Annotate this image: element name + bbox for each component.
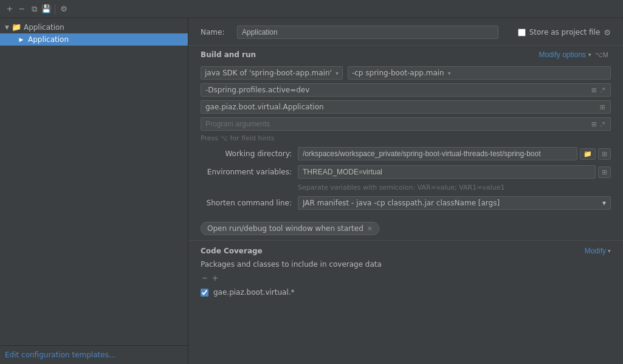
tags-row: Open run/debug tool window when started …: [188, 217, 623, 240]
coverage-modify-label: Modify: [585, 247, 606, 255]
working-directory-row: Working directory: 📁 ⊞: [201, 147, 611, 160]
build-run-form: java SDK of 'spring-boot-app.main' ▾ -cp…: [188, 64, 623, 217]
java-sdk-caret: ▾: [336, 70, 339, 77]
folder-icon: 📁: [12, 22, 21, 32]
shortcut-hint: ⌥M: [595, 51, 608, 59]
minus-icon[interactable]: −: [17, 4, 27, 14]
cp-dropdown[interactable]: -cp spring-boot-app.main ▾: [348, 66, 611, 80]
coverage-modify-button[interactable]: Modify ▾: [585, 247, 611, 255]
java-sdk-dropdown[interactable]: java SDK of 'spring-boot-app.main' ▾: [201, 66, 343, 80]
env-variables-input[interactable]: [298, 165, 596, 179]
store-project-label: Store as project file: [529, 28, 601, 36]
tag-label: Open run/debug tool window when started: [207, 224, 363, 233]
tree-group-application[interactable]: ▼ 📁 Application: [0, 21, 188, 33]
sidebar-item-label: Application: [28, 35, 69, 44]
env-variables-label: Environment variables:: [201, 168, 292, 176]
edit-templates-link[interactable]: Edit configuration templates...: [5, 351, 115, 359]
expand-icon[interactable]: ⊞: [591, 86, 597, 94]
browse-icon[interactable]: ⊞: [599, 103, 606, 111]
vm-options-icons: ⊞ .*: [591, 86, 606, 94]
program-args-row: ⊞ .*: [201, 117, 611, 131]
coverage-item-label: gae.piaz.boot.virtual.*: [213, 288, 295, 297]
sidebar-footer: Edit configuration templates...: [0, 345, 188, 364]
tag-close-icon[interactable]: ✕: [367, 225, 373, 233]
working-directory-label: Working directory:: [201, 149, 292, 158]
code-coverage-section: Code Coverage Modify ▾ Packages and clas…: [188, 240, 623, 304]
modify-options-label: Modify options: [539, 50, 585, 59]
env-variables-expand-button[interactable]: ⊞: [598, 167, 611, 178]
env-variables-field-area: ⊞: [298, 165, 611, 179]
macro-icon[interactable]: .*: [599, 86, 606, 94]
cp-caret: ▾: [448, 70, 451, 77]
shorten-command-row: Shorten command line: JAR manifest - jav…: [201, 196, 611, 210]
env-variables-hint: Separate variables with semicolon: VAR=v…: [298, 184, 611, 191]
working-directory-input[interactable]: [298, 147, 577, 160]
vm-options-row: -Dspring.profiles.active=dev ⊞ .*: [201, 83, 611, 97]
program-args-input[interactable]: [205, 120, 588, 128]
field-hint: Press ⌥ for field hints: [201, 134, 611, 142]
main-class-value: gae.piaz.boot.virtual.Application: [205, 103, 324, 111]
shorten-command-field-area: JAR manifest - java -cp classpath.jar cl…: [298, 196, 611, 210]
run-config-icon[interactable]: ⚙: [59, 4, 69, 14]
coverage-description: Packages and classes to include in cover…: [201, 260, 611, 269]
main-class-icons: ⊞: [599, 103, 606, 111]
coverage-add-button[interactable]: +: [211, 273, 219, 283]
coverage-remove-button[interactable]: −: [201, 273, 208, 283]
coverage-item-0: gae.piaz.boot.virtual.*: [201, 287, 611, 298]
working-directory-expand-button[interactable]: ⊞: [598, 148, 611, 160]
toolbar: + − ⧉ 💾 ⚙: [0, 0, 623, 18]
content-area: Name: Store as project file ⚙ Build and …: [188, 18, 623, 364]
main-class-row: gae.piaz.boot.virtual.Application ⊞: [201, 100, 611, 114]
name-label: Name:: [201, 28, 231, 36]
shorten-command-dropdown[interactable]: JAR manifest - java -cp classpath.jar cl…: [298, 196, 611, 210]
tree-group-label: Application: [24, 23, 64, 32]
coverage-header: Code Coverage Modify ▾: [201, 247, 611, 255]
build-run-title: Build and run: [201, 50, 256, 59]
cp-label: -cp spring-boot-app.main: [352, 69, 444, 77]
save-icon[interactable]: 💾: [41, 4, 51, 14]
working-directory-field-area: 📁 ⊞: [298, 147, 611, 160]
tag-chip-0: Open run/debug tool window when started …: [201, 222, 379, 235]
coverage-chevron-icon: ▾: [608, 248, 611, 254]
expand-icon[interactable]: ⊞: [591, 120, 597, 128]
copy-icon[interactable]: ⧉: [29, 4, 39, 14]
shorten-command-value: JAR manifest - java -cp classpath.jar cl…: [303, 199, 500, 207]
coverage-item-checkbox[interactable]: [201, 289, 208, 297]
app-run-icon: ▶: [17, 35, 26, 44]
main-layout: ▼ 📁 Application ▶ Application Edit confi…: [0, 18, 623, 364]
sidebar-tree: ▼ 📁 Application ▶ Application: [0, 18, 188, 345]
plus-icon[interactable]: +: [5, 4, 15, 14]
shorten-command-label: Shorten command line:: [201, 199, 292, 207]
name-row: Name: Store as project file ⚙: [188, 18, 623, 45]
working-directory-browse-button[interactable]: 📁: [580, 148, 596, 160]
java-sdk-row: java SDK of 'spring-boot-app.main' ▾ -cp…: [201, 66, 611, 80]
build-run-section-header: Build and run Modify options ▾ ⌥M: [188, 45, 623, 64]
program-args-icons: ⊞ .*: [591, 120, 606, 128]
toolbar-separator: [55, 4, 55, 14]
gear-icon[interactable]: ⚙: [604, 28, 611, 37]
sidebar-item-application[interactable]: ▶ Application: [0, 33, 188, 46]
chevron-down-icon: ▾: [588, 52, 591, 58]
sidebar: ▼ 📁 Application ▶ Application Edit confi…: [0, 18, 188, 364]
name-input[interactable]: [237, 26, 498, 39]
java-sdk-label: java SDK of 'spring-boot-app.main': [205, 69, 332, 77]
store-project-checkbox[interactable]: [518, 29, 526, 36]
store-project-area: Store as project file ⚙: [518, 28, 611, 37]
shorten-caret: ▾: [602, 199, 606, 207]
modify-options-button[interactable]: Modify options ▾ ⌥M: [536, 49, 611, 60]
chevron-down-icon: ▼: [5, 24, 9, 30]
env-variables-row: Environment variables: ⊞: [201, 165, 611, 179]
macro-icon[interactable]: .*: [599, 120, 606, 128]
coverage-title: Code Coverage: [201, 247, 263, 255]
coverage-toolbar: − +: [201, 273, 611, 283]
vm-options-value: -Dspring.profiles.active=dev: [205, 86, 309, 94]
